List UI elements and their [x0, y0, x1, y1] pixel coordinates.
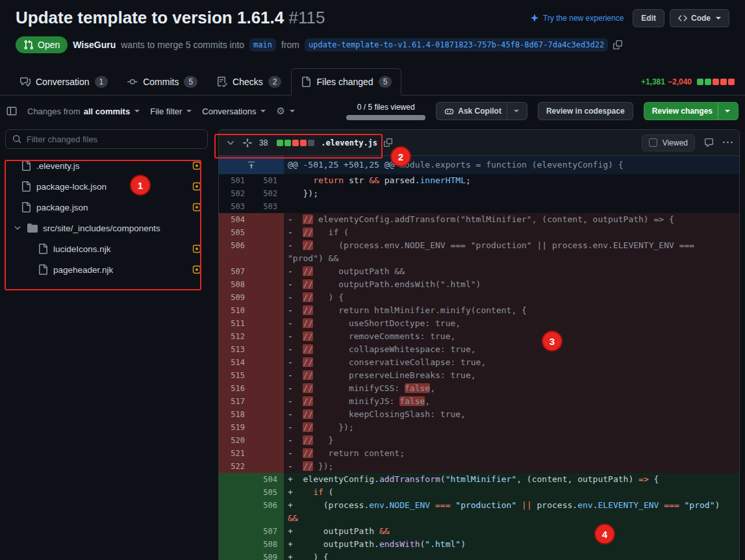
line-number-new[interactable]: 507	[251, 525, 284, 538]
line-number-new[interactable]: 503	[251, 200, 284, 213]
line-number-new[interactable]	[251, 395, 284, 408]
conversations-dropdown[interactable]: Conversations	[202, 107, 266, 116]
ask-copilot-button[interactable]: Ask Copilot	[436, 102, 527, 120]
line-number-old[interactable]: 520	[219, 434, 251, 447]
collapse-file-chevron-icon[interactable]	[225, 138, 236, 148]
tree-folder-row[interactable]: src/site/_includes/components	[5, 218, 208, 238]
diff-line-add[interactable]: 504+ eleventyConfig.addTransform("htmlMi…	[219, 473, 739, 486]
line-number-new[interactable]	[251, 278, 284, 291]
line-number-old[interactable]	[219, 499, 251, 525]
line-number-new[interactable]: 506	[251, 499, 284, 525]
line-number-old[interactable]	[219, 525, 251, 538]
expand-diff-icon[interactable]	[242, 138, 253, 148]
diff-line-del[interactable]: 517- // minifyJS: false,	[219, 395, 739, 408]
diff-line-add[interactable]: 508+ outputPath.endsWith(".html")	[219, 538, 739, 551]
diff-line-add[interactable]: 505+ if (	[219, 486, 739, 499]
line-number-old[interactable]: 501	[219, 174, 251, 187]
try-new-experience-link[interactable]: Try the new experience	[530, 14, 624, 23]
line-number-new[interactable]	[251, 447, 284, 460]
diff-line-del[interactable]: 518- // keepClosingSlash: true,	[219, 408, 739, 421]
line-number-new[interactable]	[251, 382, 284, 395]
tree-file-row[interactable]: package.json	[5, 197, 208, 218]
tree-file-row[interactable]: package-lock.json	[5, 176, 208, 197]
line-number-old[interactable]: 507	[219, 265, 251, 278]
edit-button[interactable]: Edit	[633, 9, 664, 27]
line-number-old[interactable]	[219, 538, 251, 551]
diff-line-add[interactable]: 507+ outputPath &&	[219, 525, 739, 538]
line-number-old[interactable]: 505	[219, 226, 251, 239]
line-number-new[interactable]	[251, 421, 284, 434]
diff-line-del[interactable]: 522- // });	[219, 460, 739, 473]
diff-line-ctx[interactable]: 503503	[219, 200, 739, 213]
file-name[interactable]: .eleventy.js	[321, 138, 377, 147]
head-branch-chip[interactable]: update-template-to-v1.61.4-01871823-757b…	[305, 38, 608, 51]
base-branch-chip[interactable]: main	[249, 38, 276, 51]
changes-from-dropdown[interactable]: Changes from all commits	[27, 107, 140, 116]
line-number-old[interactable]: 519	[219, 421, 251, 434]
tab-files-changed[interactable]: Files changed 5	[291, 68, 401, 95]
line-number-old[interactable]: 503	[219, 200, 251, 213]
diff-line-add[interactable]: 506+ (process.env.NODE_ENV === "producti…	[219, 499, 739, 525]
diff-line-del[interactable]: 508- // outputPath.endsWith(".html")	[219, 278, 739, 291]
line-number-old[interactable]: 514	[219, 356, 251, 369]
line-number-new[interactable]: 502	[251, 187, 284, 200]
viewed-checkbox[interactable]	[649, 138, 657, 147]
line-number-new[interactable]	[251, 369, 284, 382]
viewed-toggle[interactable]: Viewed	[642, 134, 695, 151]
line-number-new[interactable]	[251, 356, 284, 369]
diff-line-del[interactable]: 507- // outputPath &&	[219, 265, 739, 278]
line-number-old[interactable]: 512	[219, 330, 251, 343]
diff-line-del[interactable]: 510- // return htmlMinifier.minify(conte…	[219, 304, 739, 317]
copy-path-button[interactable]	[384, 138, 392, 147]
line-number-new[interactable]	[251, 226, 284, 239]
pr-author[interactable]: WiseGuru	[73, 40, 116, 50]
line-number-new[interactable]	[251, 213, 284, 226]
diff-line-del[interactable]: 512- // removeComments: true,	[219, 330, 739, 343]
diff-line-del[interactable]: 514- // conservativeCollapse: true,	[219, 356, 739, 369]
file-filter-dropdown[interactable]: File filter	[150, 107, 192, 116]
diff-line-del[interactable]: 516- // minifyCSS: false,	[219, 382, 739, 395]
line-number-old[interactable]: 515	[219, 369, 251, 382]
line-number-old[interactable]: 502	[219, 187, 251, 200]
line-number-old[interactable]: 522	[219, 460, 251, 473]
line-number-new[interactable]: 505	[251, 486, 284, 499]
tab-conversation[interactable]: Conversation 1	[10, 68, 118, 95]
line-number-old[interactable]	[219, 551, 251, 560]
line-number-new[interactable]	[251, 304, 284, 317]
diff-line-del[interactable]: 513- // collapseWhitespace: true,	[219, 343, 739, 356]
tree-file-row[interactable]: .eleventy.js	[5, 155, 208, 176]
line-number-new[interactable]: 509	[251, 551, 284, 560]
diff-line-del[interactable]: 511- // useShortDoctype: true,	[219, 317, 739, 330]
line-number-new[interactable]	[251, 434, 284, 447]
kebab-menu-icon[interactable]	[723, 138, 733, 147]
tree-file-row[interactable]: pageheader.njk	[5, 259, 208, 280]
diff-line-del[interactable]: 521- // return content;	[219, 447, 739, 460]
diff-line-add[interactable]: 509+ ) {	[219, 551, 739, 560]
diff-line-ctx[interactable]: 502502 });	[219, 187, 739, 200]
review-changes-button[interactable]: Review changes	[644, 102, 739, 120]
tab-checks[interactable]: Checks 2	[207, 68, 291, 95]
line-number-old[interactable]	[219, 473, 251, 486]
diff-settings-dropdown[interactable]: ⚙	[276, 105, 294, 117]
line-number-new[interactable]: 508	[251, 538, 284, 551]
line-number-old[interactable]: 517	[219, 395, 251, 408]
code-button[interactable]: Code	[670, 9, 729, 27]
line-number-new[interactable]	[251, 330, 284, 343]
line-number-old[interactable]	[219, 486, 251, 499]
filter-changed-files-input[interactable]	[27, 134, 201, 144]
line-number-new[interactable]	[251, 343, 284, 356]
line-number-old[interactable]: 511	[219, 317, 251, 330]
diff-line-del[interactable]: 515- // preserveLineBreaks: true,	[219, 369, 739, 382]
expand-hunk-button[interactable]	[219, 156, 284, 174]
line-number-new[interactable]	[251, 265, 284, 278]
line-number-old[interactable]: 510	[219, 304, 251, 317]
line-number-old[interactable]: 521	[219, 447, 251, 460]
diff-line-ctx[interactable]: 501501 return str && parsed.innerHTML;	[219, 174, 739, 187]
copy-branch-button[interactable]	[613, 40, 622, 49]
comment-icon[interactable]	[704, 138, 714, 147]
diff-line-del[interactable]: 509- // ) {	[219, 291, 739, 304]
line-number-new[interactable]	[251, 408, 284, 421]
line-number-old[interactable]: 508	[219, 278, 251, 291]
line-number-new[interactable]	[251, 317, 284, 330]
line-number-old[interactable]: 506	[219, 239, 251, 265]
